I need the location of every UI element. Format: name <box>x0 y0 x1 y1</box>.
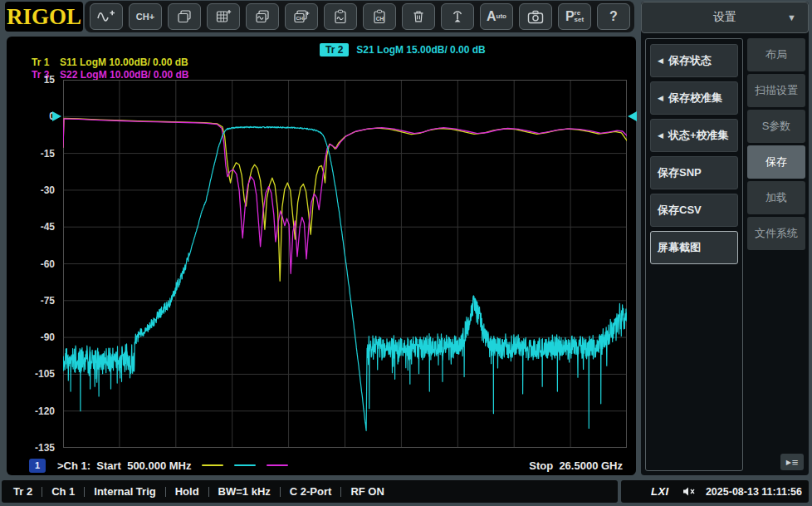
status-item: Tr 2 <box>13 485 32 498</box>
submenu-保存校准集[interactable]: ◀保存校准集 <box>650 81 738 115</box>
submenu-状态+校准集[interactable]: ◀状态+校准集 <box>650 119 738 152</box>
status-separator <box>340 487 341 497</box>
add-trace-button[interactable] <box>90 3 123 30</box>
status-item: RF ON <box>350 485 384 498</box>
trace-2-chip[interactable]: Tr 2 <box>320 43 349 56</box>
status-item: Ch 1 <box>51 485 75 498</box>
status-separator <box>208 487 209 497</box>
svg-text:CH: CH <box>296 16 304 21</box>
preset-button[interactable]: Preset <box>558 3 591 30</box>
delete-button[interactable] <box>402 3 435 30</box>
add-trace-icon <box>97 9 115 24</box>
trace-2-label: S21 LogM 15.00dB/ 0.00 dB <box>356 44 485 56</box>
status-right: LXI 2025-08-13 11:11:56 <box>621 480 809 503</box>
rigol-logo: RIGOL <box>5 2 83 32</box>
collapse-menu-button[interactable]: ▶ ≡ <box>780 454 804 470</box>
trace-3-label: S22 LogM 10.00dB/ 0.00 dB <box>60 69 188 81</box>
trace-legend-swatch <box>267 464 288 466</box>
y-tick-label: -120 <box>17 405 55 417</box>
lxi-logo: LXI <box>651 485 669 498</box>
trace-legend-swatch <box>202 464 223 466</box>
save-submenu: ◀保存状态◀保存校准集◀状态+校准集保存SNP保存CSV屏幕截图 <box>645 38 743 471</box>
y-tick-label: -75 <box>17 295 55 307</box>
trace-legend-swatch <box>234 464 256 466</box>
speaker-muted-icon <box>682 486 696 497</box>
channel-footer: 1 >Ch 1: Start 500.000 MHz Stop 26.5000 … <box>7 456 636 474</box>
submenu-屏幕截图[interactable]: 屏幕截图 <box>650 231 738 264</box>
y-tick-label: -15 <box>17 148 55 160</box>
reference-level-marker-right[interactable] <box>628 111 637 121</box>
copy-channel-button[interactable]: CH <box>285 3 318 30</box>
rigol-logo-text: RIGOL <box>7 4 81 30</box>
expand-left-icon: ◀ <box>658 131 663 140</box>
menu-tabs: 布局扫描设置S参数保存加载文件系统 <box>747 38 805 253</box>
status-separator <box>280 487 281 497</box>
help-icon: ? <box>609 9 618 24</box>
add-channel-icon: CH+ <box>136 12 154 22</box>
screenshot-button[interactable] <box>519 3 552 30</box>
copy-trace-button[interactable] <box>246 3 279 30</box>
status-bar: Tr 2Ch 1Internal TrigHoldBW=1 kHzC 2-Por… <box>2 480 809 503</box>
svg-text:CH: CH <box>376 16 384 22</box>
tab-保存[interactable]: 保存 <box>747 145 805 179</box>
help-button[interactable]: ? <box>597 3 630 30</box>
paste-trace-icon <box>332 9 349 24</box>
screenshot-icon <box>527 10 544 24</box>
status-item: Internal Trig <box>94 485 155 498</box>
y-tick-label: -30 <box>17 184 55 196</box>
y-tick-label: -60 <box>17 258 55 270</box>
y-tick-label: -105 <box>17 368 55 380</box>
submenu-保存CSV[interactable]: 保存CSV <box>650 194 738 227</box>
status-separator <box>84 487 85 497</box>
touch-icon <box>450 9 465 24</box>
settings-menu-header[interactable]: 设置 ▼ <box>641 2 809 33</box>
touch-button[interactable] <box>441 3 474 30</box>
tab-S参数[interactable]: S参数 <box>747 110 805 143</box>
tab-文件系统[interactable]: 文件系统 <box>747 217 805 250</box>
paste-channel-button[interactable]: CH <box>363 3 396 30</box>
status-separator <box>42 487 42 497</box>
reference-level-marker-left[interactable] <box>52 111 61 121</box>
y-tick-label: -45 <box>17 221 55 233</box>
y-tick-label: -90 <box>17 332 55 343</box>
paste-trace-button[interactable] <box>324 3 357 30</box>
status-item: BW=1 kHz <box>218 485 271 498</box>
window-layout-button[interactable] <box>168 3 201 30</box>
auto-icon: A <box>487 9 496 24</box>
table-add-button[interactable] <box>207 3 240 30</box>
vna-screen: RIGOL CH+CHCHAutoPreset? Tr 1S11 LogM 10… <box>0 0 812 506</box>
measurement-display: Tr 1S11 LogM 10.00dB/ 0.00 dB Tr 3S22 Lo… <box>7 37 636 475</box>
window-layout-icon <box>176 9 193 24</box>
y-tick-label: 0 <box>17 111 55 122</box>
trace-legend <box>191 464 288 466</box>
paste-channel-icon: CH <box>371 9 388 24</box>
plot-area[interactable] <box>63 80 627 448</box>
collapse-menu-icon: ▶ <box>786 459 791 466</box>
toolbar: CH+CHCHAutoPreset? <box>85 1 634 32</box>
copy-trace-icon <box>254 9 271 24</box>
preset-icon: P <box>565 9 575 24</box>
channel-badge[interactable]: 1 <box>29 459 46 473</box>
chevron-down-icon: ▼ <box>787 12 796 22</box>
status-separator <box>165 487 166 497</box>
add-channel-button[interactable]: CH+ <box>129 3 162 30</box>
y-tick-label: -135 <box>17 442 55 454</box>
tab-扫描设置[interactable]: 扫描设置 <box>747 74 805 107</box>
submenu-保存状态[interactable]: ◀保存状态 <box>650 44 738 77</box>
delete-icon <box>411 9 426 24</box>
channel-stop-label: Stop 26.5000 GHz <box>529 459 623 472</box>
copy-channel-icon: CH <box>292 9 311 24</box>
submenu-保存SNP[interactable]: 保存SNP <box>650 156 738 189</box>
trace-2-info[interactable]: Tr 2 S21 LogM 15.00dB/ 0.00 dB <box>320 43 486 56</box>
menu-sidebar: 设置 ▼ ◀保存状态◀保存校准集◀状态+校准集保存SNP保存CSV屏幕截图 布局… <box>641 2 809 475</box>
y-tick-label: 15 <box>17 74 55 86</box>
settings-title: 设置 <box>713 10 736 25</box>
status-item: Hold <box>175 485 199 498</box>
tab-加载[interactable]: 加载 <box>747 181 805 214</box>
tab-布局[interactable]: 布局 <box>747 38 805 71</box>
expand-left-icon: ◀ <box>658 56 663 65</box>
datetime: 2025-08-13 11:11:56 <box>706 486 802 498</box>
status-items: Tr 2Ch 1Internal TrigHoldBW=1 kHzC 2-Por… <box>2 480 618 503</box>
auto-scale-button[interactable]: Auto <box>480 3 513 30</box>
table-add-icon <box>215 9 232 24</box>
